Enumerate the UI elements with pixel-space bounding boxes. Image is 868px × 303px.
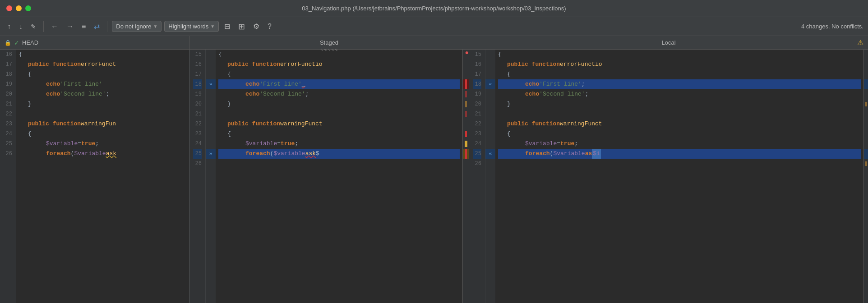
left-line-24: $variable = true; [19, 139, 186, 149]
lines-button[interactable]: ≡ [79, 21, 88, 32]
dropdown-arrow-1: ▼ [153, 24, 157, 29]
middle-pane: Staged ∿∿∿∿∿ 15 16 17 18 19 20 21 22 23 … [189, 36, 469, 303]
separator-1 [43, 21, 44, 32]
middle-line-20: } [218, 99, 460, 109]
left-line-17: { [19, 69, 186, 79]
right-edge-16 [864, 60, 868, 69]
diff-row-15: ● [463, 50, 469, 60]
right-line-16: public function errorFunctio [498, 60, 861, 69]
change-bar-23 [465, 131, 467, 137]
left-line-16: public function errorFunct [19, 60, 186, 69]
arrow-down-button[interactable]: ↓ [16, 21, 25, 32]
right-line-26 [498, 159, 861, 169]
left-pane: 🔒 ✓ HEAD 16 17 18 19 20 21 22 23 24 25 2… [0, 36, 189, 303]
highlight-words-label: Highlight words [168, 23, 208, 30]
separator-2 [107, 21, 107, 32]
middle-code-area[interactable]: 15 16 17 18 19 20 21 22 23 24 25 26 [189, 50, 462, 303]
minimize-button[interactable] [16, 5, 22, 11]
window-title: 03_Navigation.php (/Users/jetbrains/Phps… [302, 5, 566, 12]
right-edge-19 [864, 89, 868, 99]
columns-button[interactable]: ⊞ [235, 20, 248, 33]
help-button[interactable]: ? [265, 21, 274, 32]
change-bar-24 [465, 141, 467, 147]
highlight-words-dropdown[interactable]: Highlight words ▼ [164, 21, 219, 32]
titlebar: 03_Navigation.php (/Users/jetbrains/Phps… [0, 0, 868, 17]
maximize-button[interactable] [25, 5, 31, 11]
conflict-bar-25 [465, 149, 467, 159]
filter-button[interactable]: ⊟ [222, 20, 233, 32]
middle-line-18: echo 'First line'_ [218, 79, 460, 89]
right-pane-header: Local ⚠ [469, 36, 868, 50]
diff-row-19 [463, 89, 469, 99]
settings-button[interactable]: ⚙ [250, 20, 262, 32]
right-edge-21 [864, 109, 868, 119]
do-not-ignore-label: Do not ignore [116, 23, 151, 30]
right-code-lines: { public function errorFunctio { echo 'F… [495, 50, 863, 303]
right-edge-24 [864, 139, 868, 149]
middle-line-25: foreach ($variable ask $ [218, 149, 460, 159]
middle-line-numbers: 15 16 17 18 19 20 21 22 23 24 25 26 [189, 50, 206, 303]
change-bar-19 [465, 91, 467, 97]
diff-row-21 [463, 109, 469, 119]
right-line-22: public function warningFunct [498, 119, 861, 129]
right-edge-strip [863, 50, 868, 303]
middle-line-21 [218, 109, 460, 119]
right-line-25: foreach ($variable as $i [498, 149, 861, 159]
diff-row-23 [463, 129, 469, 139]
left-code-area[interactable]: 16 17 18 19 20 21 22 23 24 25 26 { publi… [0, 50, 189, 303]
left-pane-header: 🔒 ✓ HEAD [0, 36, 189, 50]
middle-line-15: { [218, 50, 460, 60]
left-line-15: { [19, 50, 186, 60]
back-button[interactable]: ← [48, 21, 61, 32]
sync-button[interactable]: ⇄ [91, 20, 102, 32]
dropdown-arrow-2: ▼ [210, 24, 215, 29]
right-edge-22 [864, 119, 868, 129]
left-line-23: { [19, 129, 186, 139]
lock-icon: 🔒 [5, 40, 11, 46]
middle-line-23: { [218, 129, 460, 139]
middle-pane-title: Staged [320, 39, 338, 46]
diff-row-18 [463, 79, 469, 89]
middle-chevron-gutter: » » [206, 50, 216, 303]
diff-row-17 [463, 69, 469, 79]
toolbar: ↑ ↓ ✎ ← → ≡ ⇄ Do not ignore ▼ Highlight … [0, 17, 868, 36]
diff-row-22 [463, 119, 469, 129]
right-edge-26 [864, 159, 868, 169]
right-pane-title: Local [661, 39, 675, 46]
right-edge-20 [864, 99, 868, 109]
left-line-26 [19, 159, 186, 169]
left-pane-title: HEAD [22, 39, 38, 46]
right-line-23: { [498, 129, 861, 139]
change-bar-20 [465, 101, 467, 107]
middle-line-17: { [218, 69, 460, 79]
middle-code-lines: { public function errorFunctio { echo 'F… [216, 50, 462, 303]
right-edge-23 [864, 129, 868, 139]
window-controls [6, 5, 31, 11]
forward-button[interactable]: → [64, 21, 76, 32]
left-line-19: echo 'Second line'; [19, 89, 186, 99]
warning-icon: ⚠ [857, 38, 863, 47]
right-line-17: { [498, 69, 861, 79]
middle-pane-header: Staged ∿∿∿∿∿ [189, 36, 469, 50]
right-line-21 [498, 109, 861, 119]
do-not-ignore-dropdown[interactable]: Do not ignore ▼ [112, 21, 162, 32]
right-edge-25 [864, 149, 868, 159]
right-chevron-gutter: « « [485, 50, 495, 303]
left-line-18: echo 'First line' [19, 79, 186, 89]
status-text: 4 changes. No conflicts. [801, 23, 863, 30]
left-line-20: } [19, 99, 186, 109]
right-code-area[interactable]: 15 16 17 18 19 20 21 22 23 24 25 26 [469, 50, 863, 303]
right-line-numbers: 15 16 17 18 19 20 21 22 23 24 25 26 [469, 50, 485, 303]
conflict-bar-18 [465, 79, 467, 89]
left-line-25: foreach ($variable ask [19, 149, 186, 159]
edit-button[interactable]: ✎ [28, 21, 39, 32]
diff-row-24 [463, 139, 469, 149]
middle-line-16: public function errorFunctio [218, 60, 460, 69]
right-edge-15 [864, 50, 868, 60]
check-mark: ✓ [14, 39, 19, 46]
diff-row-25 [463, 149, 469, 159]
diff-row-26 [463, 159, 469, 169]
right-line-24: $variable = true; [498, 139, 861, 149]
close-button[interactable] [6, 5, 12, 11]
arrow-up-button[interactable]: ↑ [5, 21, 14, 32]
